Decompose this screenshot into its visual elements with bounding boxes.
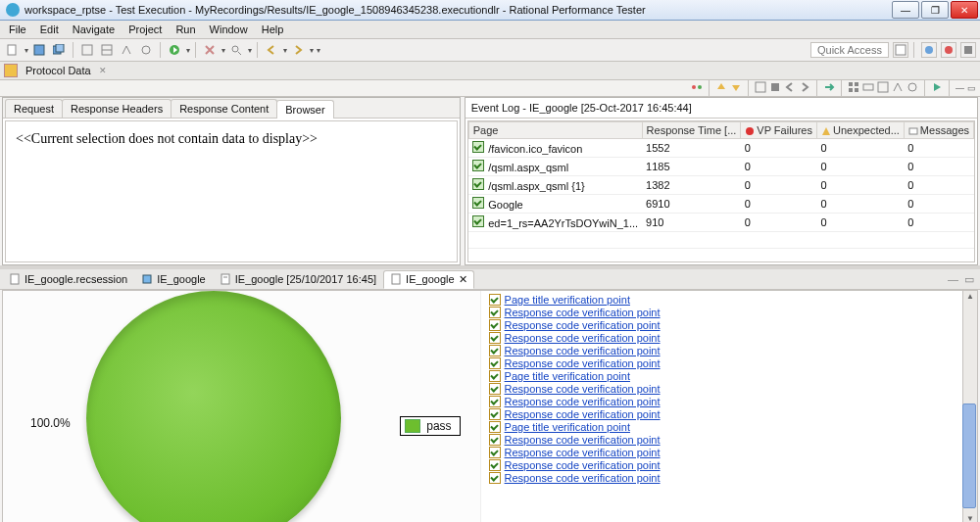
tab-response-content[interactable]: Response Content [171, 99, 277, 118]
tab-response-headers[interactable]: Response Headers [62, 99, 172, 118]
back-icon[interactable] [263, 41, 280, 59]
view-minimize-icon[interactable]: — [956, 83, 964, 93]
view-tool-icon-4[interactable] [862, 81, 874, 95]
verification-point-item[interactable]: Response code verification point [489, 319, 959, 331]
view-maximize-icon[interactable]: ▭ [967, 83, 976, 93]
verification-point-link[interactable]: Response code verification point [505, 357, 661, 369]
verification-point-item[interactable]: Page title verification point [489, 421, 959, 433]
editor-tab-recsession[interactable]: IE_google.recsession [2, 270, 134, 288]
save-icon[interactable] [30, 41, 48, 59]
col-page[interactable]: Page [468, 122, 642, 139]
menu-help[interactable]: Help [255, 22, 291, 37]
menu-run[interactable]: Run [169, 22, 202, 37]
verification-point-link[interactable]: Response code verification point [505, 447, 661, 458]
view-tool-play-icon[interactable] [931, 81, 943, 95]
close-tab-icon[interactable]: ✕ [459, 273, 467, 286]
verification-point-item[interactable]: Page title verification point [489, 294, 959, 306]
perspective-icon-1[interactable] [893, 42, 908, 58]
run-icon[interactable] [166, 41, 183, 59]
verification-point-item[interactable]: Response code verification point [489, 357, 959, 369]
verification-point-link[interactable]: Response code verification point [505, 345, 661, 356]
menu-project[interactable]: Project [122, 22, 169, 37]
scrollbar[interactable]: ▲ ▼ [962, 291, 977, 522]
verification-point-link[interactable]: Page title verification point [505, 294, 630, 306]
col-response-time[interactable]: Response Time [... [642, 122, 741, 139]
verification-point-link[interactable]: Response code verification point [505, 408, 661, 420]
verification-point-link[interactable]: Response code verification point [505, 396, 661, 407]
view-tool-icon[interactable] [691, 81, 703, 95]
forward-icon[interactable] [289, 41, 307, 59]
table-row[interactable]: /favicon.ico_favicon1552000 [468, 139, 973, 158]
view-tool-back-icon[interactable] [784, 81, 796, 95]
tool-icon-5[interactable] [201, 41, 219, 59]
table-row[interactable]: /qsml.aspx_qsml {1}1382000 [468, 176, 973, 195]
tool-icon-2[interactable] [98, 41, 116, 59]
editor-maximize-icon[interactable]: ▭ [964, 273, 974, 286]
menu-navigate[interactable]: Navigate [66, 22, 122, 37]
scroll-thumb[interactable] [962, 403, 976, 508]
tab-request[interactable]: Request [5, 99, 63, 118]
verification-point-item[interactable]: Page title verification point [489, 370, 959, 382]
view-tool-up-icon[interactable] [715, 81, 727, 95]
verification-point-link[interactable]: Response code verification point [505, 459, 661, 471]
maximize-button[interactable]: ❐ [921, 1, 949, 19]
verification-point-item[interactable]: Response code verification point [489, 472, 959, 484]
protocol-data-tab[interactable]: Protocol Data [22, 64, 95, 77]
menu-window[interactable]: Window [203, 22, 255, 37]
view-tool-icon-2[interactable] [755, 81, 766, 95]
close-button[interactable]: ✕ [951, 1, 978, 19]
close-tab-icon[interactable]: ✕ [99, 66, 107, 75]
view-tool-grid-icon[interactable] [848, 81, 859, 95]
verification-point-item[interactable]: Response code verification point [489, 459, 959, 471]
verification-point-item[interactable]: Response code verification point [489, 332, 959, 344]
quick-access[interactable]: Quick Access [810, 42, 889, 58]
verification-point-link[interactable]: Response code verification point [505, 319, 661, 331]
editor-minimize-icon[interactable]: — [948, 273, 958, 286]
view-tool-icon-5[interactable] [877, 81, 889, 95]
tab-browser[interactable]: Browser [276, 100, 333, 119]
col-unexpected[interactable]: Unexpected... [816, 122, 904, 139]
minimize-button[interactable]: — [892, 1, 919, 19]
col-vp-failures[interactable]: VP Failures [741, 122, 817, 139]
menu-file[interactable]: File [2, 22, 33, 37]
verification-point-link[interactable]: Response code verification point [505, 434, 661, 446]
verification-point-item[interactable]: Response code verification point [489, 345, 959, 356]
verification-point-link[interactable]: Response code verification point [505, 383, 661, 395]
verification-point-link[interactable]: Response code verification point [505, 472, 661, 484]
table-row[interactable]: Google6910000 [468, 195, 973, 214]
verification-point-item[interactable]: Response code verification point [489, 396, 959, 407]
view-tool-down-icon[interactable] [730, 81, 742, 95]
table-row[interactable]: /qsml.aspx_qsml1185000 [468, 158, 973, 176]
scroll-up-icon[interactable]: ▲ [966, 292, 974, 301]
tool-icon-4[interactable] [137, 41, 155, 59]
perspective-icon-2[interactable] [921, 42, 937, 58]
col-messages[interactable]: Messages [904, 122, 973, 139]
table-row[interactable]: ed=1_rs=AA2YrTsDOYwiN_1...910000 [468, 214, 973, 232]
verification-point-item[interactable]: Response code verification point [489, 408, 959, 420]
perspective-icon-4[interactable] [960, 42, 976, 58]
verification-point-item[interactable]: Response code verification point [489, 307, 959, 318]
verification-point-item[interactable]: Response code verification point [489, 383, 959, 395]
view-tool-step-icon[interactable] [823, 81, 835, 95]
verification-point-link[interactable]: Response code verification point [505, 307, 661, 318]
verification-point-link[interactable]: Page title verification point [505, 370, 630, 382]
verification-point-link[interactable]: Response code verification point [505, 332, 661, 344]
view-tool-icon-6[interactable] [892, 81, 904, 95]
save-all-icon[interactable] [50, 41, 68, 59]
verification-point-link[interactable]: Page title verification point [505, 421, 630, 433]
tool-icon-1[interactable] [78, 41, 96, 59]
view-tool-icon-7[interactable] [906, 81, 918, 95]
editor-tab-iegoogle-dated[interactable]: IE_google [25/10/2017 16:45] [213, 270, 383, 288]
verification-point-item[interactable]: Response code verification point [489, 447, 959, 458]
perspective-icon-3[interactable] [941, 42, 956, 58]
search-icon[interactable] [227, 41, 245, 59]
scroll-down-icon[interactable]: ▼ [966, 514, 974, 522]
editor-tab-iegoogle-1[interactable]: IE_google [134, 270, 213, 288]
editor-tab-iegoogle-active[interactable]: IE_google ✕ [383, 270, 474, 289]
tool-icon-3[interactable] [118, 41, 135, 59]
view-tool-fwd-icon[interactable] [799, 81, 810, 95]
menu-edit[interactable]: Edit [33, 22, 66, 37]
verification-point-item[interactable]: Response code verification point [489, 434, 959, 446]
new-icon[interactable] [4, 41, 22, 59]
view-tool-icon-3[interactable] [769, 81, 781, 95]
